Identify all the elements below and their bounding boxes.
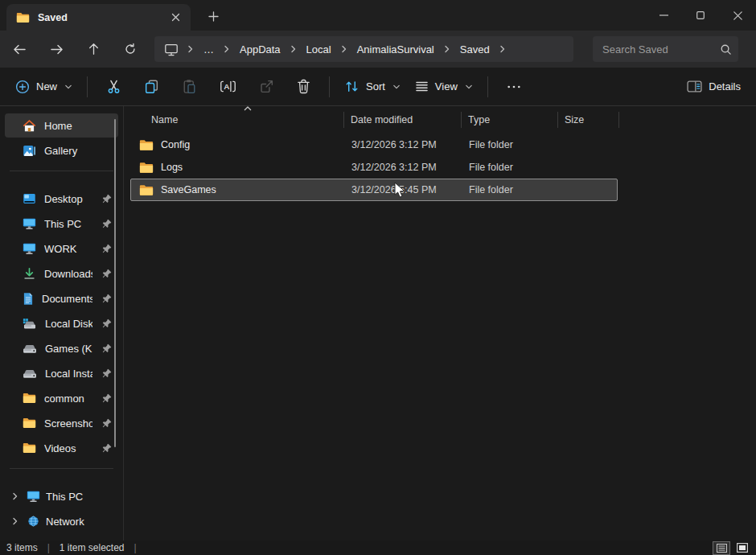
file-type-cell: File folder — [462, 184, 559, 195]
pin-icon — [102, 418, 112, 428]
new-button[interactable]: New — [8, 74, 80, 100]
explorer-body: Home Gallery Desktop This PC WORK — [0, 106, 756, 541]
details-button-label: Details — [709, 80, 741, 92]
sort-button[interactable]: Sort — [337, 74, 408, 99]
sidebar-item-label: common — [44, 393, 92, 405]
toolbar-divider — [329, 76, 330, 97]
breadcrumb-ellipsis[interactable]: … — [196, 40, 221, 59]
sidebar-item-label: Network — [46, 516, 112, 528]
chevron-right-icon[interactable] — [288, 45, 299, 53]
sidebar-item-local-disk-c[interactable]: Local Disk (C — [5, 311, 118, 335]
chevron-right-icon[interactable] — [10, 492, 21, 500]
more-options-button[interactable] — [495, 80, 532, 94]
sidebar-item-common[interactable]: common — [5, 386, 118, 410]
share-icon — [259, 79, 274, 94]
breadcrumb-segment-animaliasurvival[interactable]: AnimaliaSurvival — [350, 40, 442, 59]
sidebar-item-documents[interactable]: Documents — [5, 286, 118, 310]
close-window-button[interactable] — [719, 0, 756, 31]
chevron-right-icon[interactable] — [442, 45, 453, 53]
view-toggle — [713, 541, 751, 555]
folder-icon — [23, 442, 36, 454]
view-button[interactable]: View — [408, 75, 480, 98]
sidebar-item-videos[interactable]: Videos — [5, 436, 118, 460]
file-type-cell: File folder — [462, 162, 559, 173]
file-row-config[interactable]: Config 3/12/2026 3:12 PM File folder — [130, 134, 618, 156]
sidebar-item-gallery[interactable]: Gallery — [5, 138, 118, 162]
status-bar: 3 items | 1 item selected | — [0, 541, 756, 555]
search-icon — [720, 43, 732, 56]
file-row-savegames[interactable]: SaveGames 3/12/2026 5:45 PM File folder — [130, 179, 618, 201]
chevron-right-icon[interactable] — [339, 45, 350, 53]
forward-button[interactable] — [43, 36, 69, 62]
sidebar-item-work[interactable]: WORK — [5, 236, 118, 261]
maximize-button[interactable] — [682, 0, 719, 31]
copy-button[interactable] — [133, 73, 171, 100]
new-tab-button[interactable] — [203, 6, 224, 26]
breadcrumb-segment-local[interactable]: Local — [299, 40, 339, 59]
tab-close-button[interactable] — [165, 8, 186, 27]
delete-button[interactable] — [286, 73, 322, 100]
sidebar-item-desktop[interactable]: Desktop — [5, 187, 118, 211]
column-header-date-modified[interactable]: Date modified — [344, 112, 462, 128]
titlebar: Saved — [0, 0, 756, 31]
chevron-right-icon[interactable] — [221, 45, 232, 53]
view-lines-icon — [415, 80, 429, 92]
sidebar-item-this-pc[interactable]: This PC — [5, 212, 118, 236]
tab-title: Saved — [38, 12, 157, 23]
column-header-size[interactable]: Size — [558, 112, 619, 128]
pin-icon — [102, 244, 112, 253]
column-header-name[interactable]: Name — [130, 112, 344, 128]
large-icons-view-button[interactable] — [733, 541, 751, 555]
search-input[interactable] — [602, 43, 720, 56]
monitor-icon — [23, 217, 36, 230]
column-header-type[interactable]: Type — [462, 112, 558, 128]
folder-icon — [139, 162, 154, 174]
refresh-button[interactable] — [117, 36, 143, 62]
sidebar-item-label: Home — [44, 120, 112, 132]
file-name: SaveGames — [161, 184, 216, 195]
column-headers: Name Date modified Type Size — [130, 109, 756, 130]
file-name-cell: SaveGames — [131, 184, 345, 196]
sidebar-separator — [10, 171, 113, 171]
paste-button[interactable] — [171, 73, 208, 100]
breadcrumb-segment-saved[interactable]: Saved — [453, 40, 497, 59]
sidebar-tree-network[interactable]: Network — [5, 509, 118, 533]
sidebar-item-local-install[interactable]: Local Install ( — [5, 361, 118, 385]
toolbar-divider — [87, 76, 88, 97]
large-icons-view-icon — [737, 543, 748, 553]
sort-button-label: Sort — [366, 80, 385, 92]
up-button[interactable] — [80, 36, 106, 62]
breadcrumb-computer[interactable] — [158, 43, 185, 56]
chevron-right-icon[interactable] — [185, 45, 196, 53]
cut-button[interactable] — [95, 73, 133, 100]
drive-windows-icon — [23, 318, 37, 330]
status-divider: | — [134, 542, 137, 553]
details-pane-button[interactable]: Details — [680, 75, 748, 98]
breadcrumb-segment-appdata[interactable]: AppData — [232, 40, 288, 59]
sidebar-item-home[interactable]: Home — [5, 113, 118, 138]
breadcrumb[interactable]: … AppData Local AnimaliaSurvival Saved — [154, 36, 573, 62]
pin-icon — [102, 393, 112, 403]
plus-circle-icon — [15, 80, 30, 94]
close-icon — [171, 13, 180, 22]
chevron-right-icon[interactable] — [497, 45, 508, 53]
toolbar-divider — [487, 76, 488, 97]
file-row-logs[interactable]: Logs 3/12/2026 3:12 PM File folder — [130, 156, 618, 179]
minimize-button[interactable] — [645, 0, 682, 31]
sidebar-item-games-k[interactable]: Games (K:) — [5, 336, 118, 360]
sidebar-item-screenshots[interactable]: Screenshots — [5, 411, 118, 435]
sidebar-item-label: Videos — [44, 442, 92, 454]
chevron-right-icon[interactable] — [10, 517, 21, 525]
search-box[interactable] — [593, 36, 738, 62]
sidebar-tree-this-pc[interactable]: This PC — [5, 484, 118, 508]
explorer-tab[interactable]: Saved — [6, 4, 191, 31]
sidebar-item-label: This PC — [44, 218, 92, 230]
back-button[interactable] — [6, 36, 32, 62]
share-button[interactable] — [248, 73, 286, 100]
sidebar-scrollbar[interactable] — [114, 119, 116, 447]
rename-button[interactable] — [208, 73, 248, 100]
pin-icon — [102, 294, 112, 303]
monitor-icon — [23, 242, 36, 255]
details-view-button[interactable] — [713, 541, 730, 555]
sidebar-item-downloads[interactable]: Downloads — [5, 261, 118, 286]
